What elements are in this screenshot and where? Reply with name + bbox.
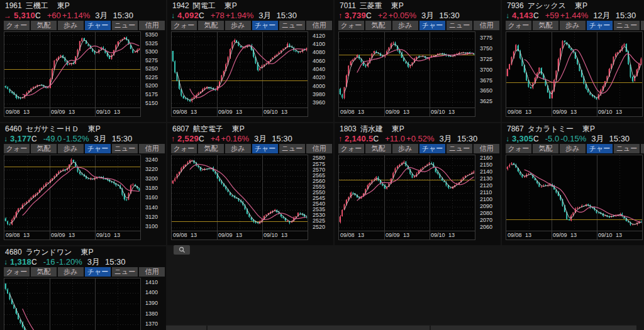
market-label: 東P bbox=[225, 1, 237, 10]
tab-chart[interactable]: チャート bbox=[252, 144, 278, 153]
tab-news[interactable]: ニュース bbox=[112, 21, 138, 30]
tab-quote[interactable]: クォート bbox=[506, 144, 531, 153]
panel-tab-bar: クォート気配歩みチャートニュース信用 bbox=[506, 144, 644, 153]
last-price: 3,177 bbox=[10, 134, 31, 143]
y-axis-label: 2120 bbox=[480, 182, 492, 189]
candlestick-chart bbox=[339, 32, 475, 107]
tab-depth[interactable]: 気配 bbox=[31, 267, 57, 277]
price-change: +59 bbox=[545, 11, 559, 20]
y-axis-label: 3980 bbox=[313, 91, 325, 97]
last-price: 4,092 bbox=[177, 11, 199, 20]
tab-news[interactable]: ニュース bbox=[279, 21, 305, 30]
tab-news[interactable]: ニュース bbox=[614, 21, 640, 30]
trend-arrow-icon: ↑ bbox=[338, 11, 342, 20]
tab-trades[interactable]: 歩み bbox=[58, 267, 84, 277]
tab-depth[interactable]: 気配 bbox=[31, 144, 57, 153]
stock-name: 航空電子 bbox=[193, 124, 223, 133]
tab-news[interactable]: ニュース bbox=[447, 144, 472, 153]
tab-trades[interactable]: 歩み bbox=[560, 21, 586, 30]
candlestick-chart bbox=[172, 155, 308, 231]
tab-margin[interactable]: 信用 bbox=[306, 144, 332, 153]
tab-quote[interactable]: クォート bbox=[506, 21, 531, 30]
tab-depth[interactable]: 気配 bbox=[198, 144, 224, 153]
y-axis-label: 5300 bbox=[145, 48, 158, 55]
tab-quote[interactable]: クォート bbox=[171, 144, 197, 153]
x-axis-label: 09/09 bbox=[553, 109, 567, 115]
tab-quote[interactable]: クォート bbox=[4, 21, 30, 30]
tab-quote[interactable]: クォート bbox=[4, 267, 30, 277]
tab-margin[interactable]: 信用 bbox=[641, 21, 644, 30]
last-price: 2,529 bbox=[177, 134, 199, 143]
tab-news[interactable]: ニュース bbox=[614, 144, 640, 153]
day-separator bbox=[95, 231, 96, 239]
tab-trades[interactable]: 歩み bbox=[58, 21, 84, 30]
x-axis-label: 13 bbox=[281, 232, 287, 238]
market-label: 東P bbox=[575, 1, 587, 10]
tab-trades[interactable]: 歩み bbox=[225, 144, 251, 153]
stock-code: 7867 bbox=[507, 124, 524, 133]
tab-chart[interactable]: チャート bbox=[587, 144, 613, 153]
search-button[interactable] bbox=[174, 245, 190, 255]
tab-chart[interactable]: チャート bbox=[252, 21, 278, 30]
tab-depth[interactable]: 気配 bbox=[533, 144, 558, 153]
tab-margin[interactable]: 信用 bbox=[474, 21, 499, 30]
tab-depth[interactable]: 気配 bbox=[533, 21, 558, 30]
tab-trades[interactable]: 歩み bbox=[225, 21, 251, 30]
price-change-pct: +0.05% bbox=[389, 11, 416, 20]
tab-quote[interactable]: クォート bbox=[4, 144, 30, 153]
tab-news[interactable]: ニュース bbox=[112, 144, 138, 153]
tab-depth[interactable]: 気配 bbox=[365, 21, 391, 30]
quote-time: 15:30 bbox=[112, 134, 133, 143]
panel-tab-bar: クォート気配歩みチャートニュース信用 bbox=[171, 144, 332, 153]
tab-margin[interactable]: 信用 bbox=[139, 267, 165, 277]
close-mark: C bbox=[31, 258, 37, 267]
tab-depth[interactable]: 気配 bbox=[198, 21, 224, 30]
x-axis-label: 13 bbox=[358, 109, 364, 115]
y-axis-label: 2130 bbox=[480, 175, 492, 182]
tab-quote[interactable]: クォート bbox=[171, 21, 197, 30]
tab-news[interactable]: ニュース bbox=[112, 267, 138, 277]
x-axis: 09/081309/091309/1013 bbox=[338, 107, 475, 117]
tab-margin[interactable]: 信用 bbox=[139, 144, 165, 153]
tab-chart[interactable]: チャート bbox=[85, 267, 111, 277]
x-axis-label: 13 bbox=[448, 232, 455, 238]
tab-news[interactable]: ニュース bbox=[279, 144, 305, 153]
stock-name: 清水建 bbox=[360, 124, 383, 133]
tab-news[interactable]: ニュース bbox=[447, 21, 472, 30]
tab-chart[interactable]: チャート bbox=[419, 144, 445, 153]
tab-margin[interactable]: 信用 bbox=[139, 21, 165, 30]
trend-arrow-icon: ↑ bbox=[171, 135, 175, 143]
y-axis-label: 1370 bbox=[145, 321, 158, 327]
tab-trades[interactable]: 歩み bbox=[58, 144, 84, 153]
y-axis-label: 3220 bbox=[145, 166, 158, 172]
y-axis-label: 4020 bbox=[313, 74, 325, 80]
x-axis-label: 13 bbox=[114, 109, 120, 115]
tab-trades[interactable]: 歩み bbox=[560, 144, 586, 153]
x-axis-label: 09/10 bbox=[431, 109, 445, 115]
price-line: ↓3,305C-5.0-0.15%3月15:30 bbox=[506, 133, 630, 145]
tab-trades[interactable]: 歩み bbox=[392, 21, 418, 30]
y-axis-label: 2090 bbox=[480, 203, 492, 209]
tab-trades[interactable]: 歩み bbox=[392, 144, 418, 153]
tab-chart[interactable]: チャート bbox=[85, 144, 111, 153]
tab-depth[interactable]: 気配 bbox=[31, 21, 57, 30]
close-mark: C bbox=[533, 11, 539, 20]
price-change: +11.0 bbox=[385, 134, 405, 143]
tab-margin[interactable]: 信用 bbox=[474, 144, 499, 153]
tab-chart[interactable]: チャート bbox=[587, 21, 613, 30]
tab-margin[interactable]: 信用 bbox=[641, 144, 644, 153]
chart-area bbox=[171, 155, 308, 231]
last-price: 1,318 bbox=[10, 257, 31, 267]
tab-depth[interactable]: 気配 bbox=[365, 144, 391, 153]
tab-margin[interactable]: 信用 bbox=[306, 21, 332, 30]
x-axis-label: 09/10 bbox=[264, 232, 278, 238]
tab-quote[interactable]: クォート bbox=[338, 21, 364, 30]
price-line: ↓4,092C+78+1.94%3月15:30 bbox=[171, 10, 297, 21]
tab-chart[interactable]: チャート bbox=[85, 21, 111, 30]
tab-chart[interactable]: チャート bbox=[419, 21, 445, 30]
y-axis-label: 3725 bbox=[480, 56, 492, 62]
y-axis-label: 2080 bbox=[480, 210, 492, 216]
last-price: 4,143 bbox=[512, 11, 533, 20]
x-axis-label: 13 bbox=[403, 232, 409, 238]
tab-quote[interactable]: クォート bbox=[338, 144, 364, 153]
